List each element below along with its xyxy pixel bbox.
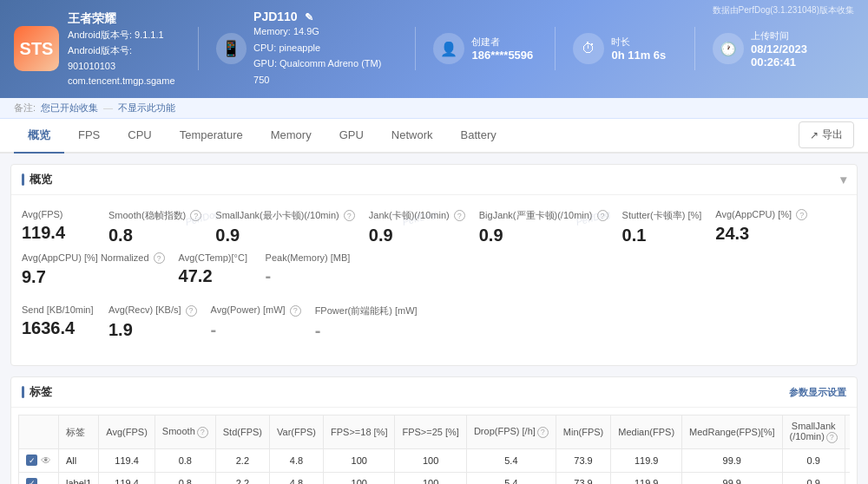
device-info: 📱 PJD110 ✎ Memory: 14.9G CPU: pineapple … <box>216 10 398 88</box>
checkbox-label1[interactable]: ✓ <box>26 478 37 484</box>
metric-jank: Jank(卡顿)(/10min) ? 0.9 <box>369 206 479 249</box>
metric-value-stutter: 0.1 <box>622 226 702 245</box>
td-median-label1: 119.9 <box>611 472 682 484</box>
tags-table-head: 标签 Avg(FPS) Smooth? Std(FPS) Var(FPS) FP… <box>19 415 851 449</box>
duration-value: 0h 11m 6s <box>611 49 666 62</box>
td-var-label1: 4.8 <box>270 472 324 484</box>
td-min-label1: 73.9 <box>556 472 610 484</box>
metric-label-jank: Jank(卡顿)(/10min) ? <box>369 209 465 222</box>
td-fps25-all: 100 <box>395 448 466 472</box>
tab-battery[interactable]: Battery <box>447 120 510 152</box>
device-details: PJD110 ✎ Memory: 14.9G CPU: pineapple GP… <box>253 10 398 88</box>
metric-label-ctemp: Avg(CTemp)[°C] <box>179 252 252 263</box>
main-content: 概览 ▾ PerfDog PerfDog PerfDog Avg(FPS) 11… <box>0 154 868 484</box>
metric-fpower: FPower(前端能耗) [mW] - <box>315 301 431 344</box>
metric-appcpu: Avg(AppCPU) [%] ? 24.3 <box>715 206 821 249</box>
td-smalljank-all: 0.9 <box>782 448 845 472</box>
metric-value-ctemp: 47.2 <box>179 266 252 286</box>
upload-value: 08/12/2023 00:26:41 <box>751 43 854 69</box>
tags-body: 标签 Avg(FPS) Smooth? Std(FPS) Var(FPS) FP… <box>11 408 857 484</box>
metric-label-appcpu: Avg(AppCPU) [%] ? <box>715 209 807 221</box>
appcpu-help-icon[interactable]: ? <box>796 209 807 220</box>
metrics-row-1: Avg(FPS) 119.4 Smooth(稳帧指数) ? 0.8 SmallJ… <box>22 206 846 291</box>
app-icon: STS <box>14 26 59 71</box>
tab-network[interactable]: Network <box>378 120 447 152</box>
app-package: com.tencent.tmgp.sgame <box>68 74 181 89</box>
tags-table: 标签 Avg(FPS) Smooth? Std(FPS) Var(FPS) FP… <box>18 415 850 484</box>
metric-value-recv: 1.9 <box>108 320 197 340</box>
th-smooth: Smooth? <box>155 415 215 449</box>
metric-value-smalljank: 0.9 <box>215 226 354 245</box>
th-smooth-help[interactable]: ? <box>197 427 208 438</box>
checkbox-all[interactable]: ✓ <box>26 455 37 466</box>
table-row: ✓ 👁 All 119.4 0.8 2.2 4.8 100 100 5.4 <box>19 448 851 472</box>
duration-icon: ⏱ <box>573 33 604 64</box>
metric-value-appcpu: 24.3 <box>715 224 807 244</box>
tab-memory[interactable]: Memory <box>257 120 326 152</box>
divider3 <box>555 27 556 70</box>
overview-collapse-icon[interactable]: ▾ <box>840 173 846 186</box>
metric-value-power: - <box>211 320 301 340</box>
device-memory: Memory: 14.9G <box>253 23 398 40</box>
th-smalljank-help[interactable]: ? <box>826 432 838 443</box>
appcpu-norm-help-icon[interactable]: ? <box>154 252 165 264</box>
metric-send: Send [KB/10min] 1636.4 <box>22 301 108 344</box>
duration-stat: ⏱ 时长 0h 11m 6s <box>573 33 677 64</box>
td-checkbox-all[interactable]: ✓ 👁 <box>19 448 59 472</box>
tab-fps[interactable]: FPS <box>64 120 114 152</box>
metric-label-power: Avg(Power) [mW] ? <box>211 304 301 317</box>
metric-stutter: Stutter(卡顿率) [%] 0.1 <box>622 206 716 249</box>
device-icon: 📱 <box>216 33 247 64</box>
tab-cpu[interactable]: CPU <box>114 120 165 152</box>
tab-overview[interactable]: 概览 <box>14 119 64 154</box>
metric-label-appcpu-norm: Avg(AppCPU) [%] Normalized ? <box>22 252 165 265</box>
td-min-all: 73.9 <box>556 448 610 472</box>
tags-panel-header: 标签 参数显示设置 <box>11 377 857 408</box>
params-display-link[interactable]: 参数显示设置 <box>789 386 846 399</box>
tab-bar: 概览 FPS CPU Temperature Memory GPU Networ… <box>0 119 868 154</box>
th-fps18: FPS>=18 [%] <box>324 415 395 449</box>
td-drop-label1: 5.4 <box>466 472 556 484</box>
notice-bar: 备注: 您已开始收集 — 不显示此功能 <box>0 98 868 119</box>
device-specs: Memory: 14.9G CPU: pineapple GPU: Qualco… <box>253 23 398 88</box>
metric-value-peak-memory: - <box>266 266 351 286</box>
export-button[interactable]: ↗ 导出 <box>799 121 854 148</box>
jank-help-icon[interactable]: ? <box>454 210 465 221</box>
metric-bigjank: BigJank(严重卡顿)(/10min) ? 0.9 <box>479 206 622 249</box>
td-checkbox-label1[interactable]: ✓ <box>19 472 59 484</box>
export-icon: ↗ <box>810 129 819 141</box>
overview-panel-header: 概览 ▾ <box>11 165 857 195</box>
bigjank-help-icon[interactable]: ? <box>597 210 608 221</box>
metric-appcpu-norm: Avg(AppCPU) [%] Normalized ? 9.7 <box>22 249 179 291</box>
power-help-icon[interactable]: ? <box>290 305 301 317</box>
td-fps25-label1: 100 <box>395 472 466 484</box>
divider2 <box>415 27 416 70</box>
metric-label-recv: Avg(Recv) [KB/s] ? <box>108 304 197 317</box>
creator-label: 创建者 <box>471 36 533 49</box>
export-label: 导出 <box>822 128 843 142</box>
smalljank-help-icon[interactable]: ? <box>344 210 355 221</box>
th-drop: Drop(FPS) [/h]? <box>466 415 556 449</box>
td-smooth-label1: 0.8 <box>155 472 215 484</box>
app-name: 王者荣耀 <box>68 9 181 28</box>
smooth-help-icon[interactable]: ? <box>190 210 201 221</box>
upload-stat: 🕐 上传时间 08/12/2023 00:26:41 <box>713 29 854 69</box>
table-row: ✓ label1 119.4 0.8 2.2 4.8 100 100 5.4 7… <box>19 472 851 484</box>
tab-temperature[interactable]: Temperature <box>166 120 257 152</box>
app-version1: Android版本号: 9.1.1.1 <box>68 28 181 43</box>
header: 数据由PerfDog(3.1.231048)版本收集 STS 王者荣耀 Andr… <box>0 0 868 98</box>
eye-icon-all[interactable]: 👁 <box>41 455 51 467</box>
device-edit-icon[interactable]: ✎ <box>305 11 313 23</box>
th-jank: Jank(/10min)? <box>845 415 850 449</box>
th-avg-fps: Avg(FPS) <box>99 415 155 449</box>
tab-gpu[interactable]: GPU <box>326 120 378 152</box>
td-fps18-all: 100 <box>324 448 395 472</box>
recv-help-icon[interactable]: ? <box>186 305 197 317</box>
th-drop-help[interactable]: ? <box>537 427 549 438</box>
th-checkbox <box>19 415 59 449</box>
top-note: 数据由PerfDog(3.1.231048)版本收集 <box>713 4 854 16</box>
notice-link-2[interactable]: 不显示此功能 <box>118 101 175 114</box>
metrics-row-2: Send [KB/10min] 1636.4 Avg(Recv) [KB/s] … <box>22 301 846 344</box>
notice-link-1[interactable]: 您已开始收集 <box>41 101 98 114</box>
metric-recv: Avg(Recv) [KB/s] ? 1.9 <box>108 301 211 344</box>
